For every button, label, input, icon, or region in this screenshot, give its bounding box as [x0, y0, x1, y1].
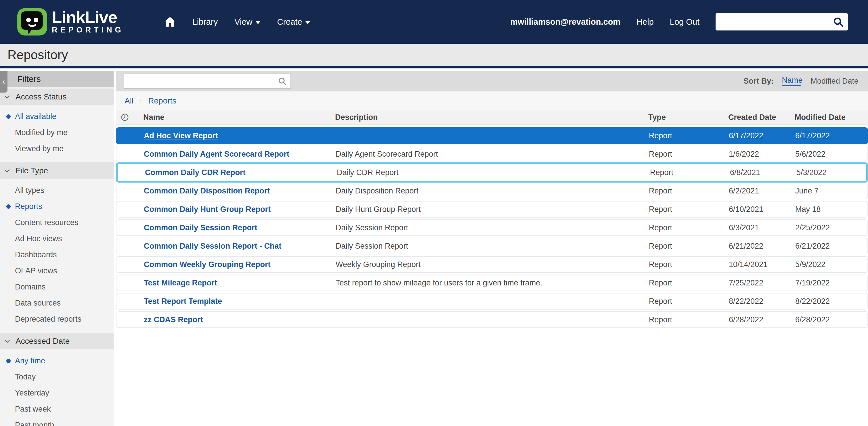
nav-item-view[interactable]: View	[235, 17, 260, 27]
sidebar-item-label: Any time	[15, 356, 45, 365]
selected-bullet-icon	[6, 204, 11, 209]
report-type: Report	[649, 187, 729, 195]
table-row[interactable]: Test Mileage ReportTest report to show m…	[116, 274, 868, 291]
sidebar-item-olap-views[interactable]: OLAP views	[0, 263, 114, 279]
filters-sidebar: ‹ Filters Access StatusAll availableModi…	[0, 71, 114, 426]
filters-header: ‹ Filters	[0, 71, 114, 87]
search-icon[interactable]	[833, 17, 844, 28]
report-link[interactable]: Common Daily Session Report	[144, 223, 257, 232]
breadcrumb: All + Reports	[116, 91, 868, 110]
table-row[interactable]: Common Daily Agent Scorecard ReportDaily…	[116, 146, 868, 162]
report-type: Report	[649, 223, 729, 232]
column-header-description[interactable]: Description	[335, 113, 648, 122]
report-name-cell: zz CDAS Report	[144, 315, 336, 324]
report-link[interactable]: zz CDAS Report	[144, 315, 203, 324]
table-row[interactable]: Common Weekly Grouping ReportWeekly Grou…	[116, 256, 868, 273]
report-link[interactable]: Common Daily CDR Report	[145, 168, 246, 177]
repository-page: LinkLive REPORTING Library View Create	[0, 0, 868, 426]
sidebar-item-domains[interactable]: Domains	[0, 279, 114, 295]
sidebar-item-all-available[interactable]: All available	[0, 108, 114, 125]
report-link[interactable]: Ad Hoc View Report	[144, 131, 218, 140]
report-modified-date: 7/19/2022	[795, 278, 867, 288]
report-link[interactable]: Test Report Template	[144, 297, 222, 305]
report-description: Daily Session Report	[336, 242, 649, 251]
sidebar-item-label: Reports	[15, 202, 42, 211]
column-header-created-date[interactable]: Created Date	[728, 113, 795, 122]
sidebar-item-deprecated-reports[interactable]: Deprecated reports	[0, 311, 114, 327]
report-link[interactable]: Test Mileage Report	[144, 278, 217, 287]
sidebar-item-viewed-by-me[interactable]: Viewed by me	[0, 140, 114, 157]
report-link[interactable]: Common Daily Agent Scorecard Report	[144, 150, 289, 158]
sidebar-item-content-resources[interactable]: Content resources	[0, 215, 114, 231]
nav-item-library[interactable]: Library	[192, 17, 218, 27]
table-row[interactable]: Common Daily Hunt Group ReportDaily Hunt…	[116, 201, 868, 218]
sidebar-item-any-time[interactable]: Any time	[0, 353, 114, 369]
table-row[interactable]: Ad Hoc View ReportReport6/17/20226/17/20…	[116, 127, 868, 144]
report-link[interactable]: Common Weekly Grouping Report	[144, 260, 271, 269]
report-link[interactable]: Common Daily Hunt Group Report	[144, 205, 271, 214]
search-icon[interactable]	[278, 77, 287, 86]
report-created-date: 8/22/2022	[729, 297, 795, 306]
sidebar-item-past-month[interactable]: Past month	[0, 417, 114, 426]
table-row[interactable]: Common Daily Disposition ReportDaily Dis…	[116, 183, 868, 199]
sidebar-item-label: Content resources	[15, 218, 79, 227]
filter-section-header[interactable]: Accessed Date	[0, 333, 114, 349]
filter-section-header[interactable]: File Type	[0, 162, 114, 179]
column-header-name[interactable]: Name	[143, 113, 335, 122]
report-name-cell: Common Daily Agent Scorecard Report	[144, 150, 336, 159]
table-row[interactable]: Common Daily Session ReportDaily Session…	[116, 219, 868, 236]
chevron-down-icon	[3, 93, 11, 101]
table-row[interactable]: Common Daily Session Report - ChatDaily …	[116, 238, 868, 254]
sort-by-label: Sort By:	[743, 77, 774, 86]
sidebar-item-modified-by-me[interactable]: Modified by me	[0, 125, 114, 140]
sort-option-name[interactable]: Name	[782, 76, 802, 86]
report-modified-date: 8/22/2022	[795, 297, 867, 306]
brand-logo[interactable]: LinkLive REPORTING	[17, 6, 124, 37]
scheduled-column-header[interactable]	[116, 113, 143, 122]
help-link[interactable]: Help	[637, 17, 654, 27]
report-modified-date: 6/28/2022	[795, 315, 867, 324]
column-header-type[interactable]: Type	[648, 113, 728, 122]
filter-section: Accessed DateAny timeTodayYesterdayPast …	[0, 333, 114, 426]
sidebar-item-data-sources[interactable]: Data sources	[0, 295, 114, 311]
table-row[interactable]: zz CDAS ReportReport6/28/20226/28/2022	[116, 311, 868, 328]
report-type: Report	[649, 260, 729, 269]
sidebar-item-label: Yesterday	[15, 389, 49, 397]
nav-item-create[interactable]: Create	[277, 17, 310, 27]
report-link[interactable]: Common Daily Session Report - Chat	[144, 242, 282, 250]
sidebar-item-yesterday[interactable]: Yesterday	[0, 385, 114, 401]
report-created-date: 6/21/2022	[729, 242, 795, 251]
repository-search-input[interactable]	[124, 74, 290, 88]
sidebar-item-past-week[interactable]: Past week	[0, 401, 114, 417]
home-button[interactable]	[164, 16, 176, 28]
sidebar-item-today[interactable]: Today	[0, 369, 114, 385]
sidebar-item-label: Deprecated reports	[15, 315, 82, 324]
page-title: Repository	[7, 48, 68, 62]
column-header-modified-date[interactable]: Modified Date	[795, 113, 868, 122]
sort-option-modified-date[interactable]: Modified Date	[810, 77, 859, 86]
report-name-cell: Common Daily Session Report	[144, 223, 336, 232]
report-link[interactable]: Common Daily Disposition Report	[144, 187, 270, 195]
logout-link[interactable]: Log Out	[670, 17, 700, 27]
sidebar-item-reports[interactable]: Reports	[0, 198, 114, 215]
global-search-input[interactable]	[716, 13, 848, 30]
sidebar-item-label: Past week	[15, 405, 51, 414]
table-row[interactable]: Test Report TemplateReport8/22/20228/22/…	[116, 293, 868, 309]
sidebar-item-dashboards[interactable]: Dashboards	[0, 247, 114, 263]
nav-item-label: Library	[192, 17, 218, 27]
filter-section-title: Accessed Date	[16, 337, 70, 346]
brand-subtitle: REPORTING	[52, 25, 124, 34]
filter-section-header[interactable]: Access Status	[0, 89, 114, 105]
selected-bullet-icon	[6, 114, 11, 119]
report-type: Report	[649, 242, 729, 251]
sidebar-item-ad-hoc-views[interactable]: Ad Hoc views	[0, 231, 114, 247]
sidebar-collapse-button[interactable]: ‹	[0, 71, 7, 93]
breadcrumb-reports[interactable]: Reports	[148, 96, 176, 105]
table-row[interactable]: Common Daily CDR ReportDaily CDR ReportR…	[116, 162, 868, 183]
report-description: Daily Hunt Group Report	[336, 205, 649, 214]
report-name-cell: Common Daily Disposition Report	[144, 187, 336, 195]
sidebar-item-all-types[interactable]: All types	[0, 182, 114, 198]
breadcrumb-all[interactable]: All	[125, 96, 133, 105]
report-list: Ad Hoc View ReportReport6/17/20226/17/20…	[116, 125, 868, 328]
report-created-date: 10/14/2021	[729, 260, 795, 269]
